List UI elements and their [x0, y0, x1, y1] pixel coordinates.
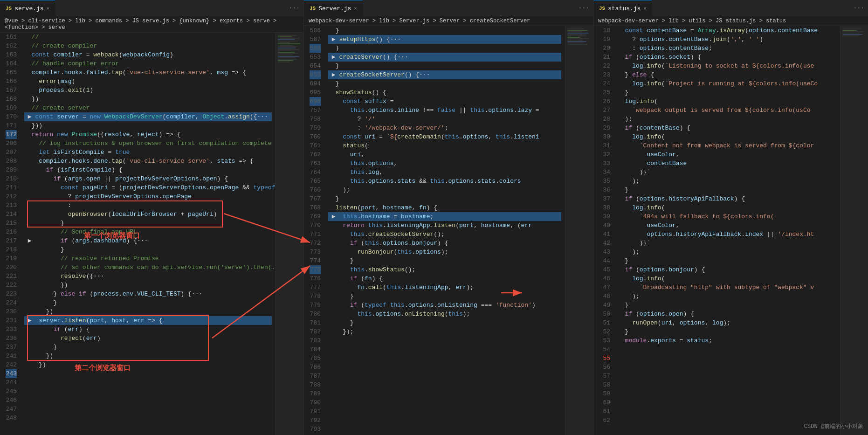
- panel-3-code: const contentBase = Array.isArray(option…: [614, 26, 840, 435]
- panel-2-code-area: 586587588653654 655694695 696757758 7597…: [304, 26, 593, 435]
- annotation-label-2: 第二个浏览器窗口: [75, 364, 131, 373]
- csdn-watermark: CSDN @前端的小小对象: [804, 422, 863, 430]
- panel-3-code-area: 1819202122 2324252627 2829303132 3334353…: [593, 26, 868, 435]
- tab-server-js-label: Server.js: [318, 5, 351, 12]
- panel-2-more-icon[interactable]: ···: [579, 5, 589, 12]
- tab-serve-js[interactable]: JS serve.js ✕: [0, 0, 55, 16]
- panel-serve-js: JS serve.js ✕ ··· @vue > cli-service > l…: [0, 0, 304, 435]
- panel-3-actions: ···: [850, 0, 868, 16]
- panel-1-actions: ···: [285, 0, 303, 16]
- panel-2-breadcrumb-text: webpack-dev-server > lib > Server.js > S…: [309, 18, 530, 24]
- panel-2-actions: ···: [575, 0, 593, 16]
- panel-3-line-numbers: 1819202122 2324252627 2829303132 3334353…: [593, 26, 614, 435]
- panel-1-line-numbers: 161162163164165 166167168169170 17117220…: [0, 33, 21, 435]
- tab-server-js-close[interactable]: ✕: [354, 6, 357, 11]
- panel-2-breadcrumb: webpack-dev-server > lib > Server.js > S…: [304, 16, 593, 26]
- tab-server-js[interactable]: JS Server.js ✕: [304, 0, 363, 16]
- js-icon-3: JS: [599, 6, 605, 11]
- panel-server-js: JS Server.js ✕ ··· webpack-dev-server > …: [304, 0, 593, 435]
- tab-serve-js-close[interactable]: ✕: [47, 6, 49, 11]
- panel-3-tab-bar: JS status.js ✕ ···: [593, 0, 868, 16]
- panel-3-breadcrumb-text: webpack-dev-server > lib > utils > JS st…: [598, 18, 786, 24]
- js-icon: JS: [6, 6, 12, 11]
- tab-status-js[interactable]: JS status.js ✕: [593, 0, 652, 16]
- panel-3-more-icon[interactable]: ···: [854, 5, 864, 12]
- panel-1-code: // // create compiler const compiler = w…: [21, 33, 276, 435]
- tab-status-js-label: status.js: [608, 5, 641, 12]
- tab-serve-js-label: serve.js: [14, 5, 43, 12]
- panel-2-tab-bar: JS Server.js ✕ ···: [304, 0, 593, 16]
- tab-status-js-close[interactable]: ✕: [643, 6, 646, 11]
- panel-2-minimap: [565, 26, 593, 435]
- panel-1-tab-bar: JS serve.js ✕ ···: [0, 0, 303, 16]
- annotation-label-1: 第一个浏览器窗口: [84, 231, 140, 240]
- panel-status-js: JS status.js ✕ ··· webpack-dev-server > …: [593, 0, 868, 435]
- watermark-text: CSDN @前端的小小对象: [804, 423, 863, 430]
- editors-top: JS serve.js ✕ ··· @vue > cli-service > l…: [0, 0, 868, 435]
- panel-1-breadcrumb: @vue > cli-service > lib > commands > JS…: [0, 16, 303, 33]
- js-icon-2: JS: [310, 6, 316, 11]
- panel-1-breadcrumb-text: @vue > cli-service > lib > commands > JS…: [5, 18, 276, 31]
- panel-1-code-area: 161162163164165 166167168169170 17117220…: [0, 33, 303, 435]
- editor-container: JS serve.js ✕ ··· @vue > cli-service > l…: [0, 0, 868, 435]
- panel-2-code: } ▶ setupHttps() {··· } ▶ createServer()…: [324, 26, 565, 435]
- panel-3-minimap: [840, 26, 868, 435]
- panel-1-more-icon[interactable]: ···: [289, 5, 300, 12]
- panel-1-minimap: [276, 33, 303, 435]
- panel-3-breadcrumb: webpack-dev-server > lib > utils > JS st…: [593, 16, 868, 26]
- panel-2-line-numbers: 586587588653654 655694695 696757758 7597…: [304, 26, 324, 435]
